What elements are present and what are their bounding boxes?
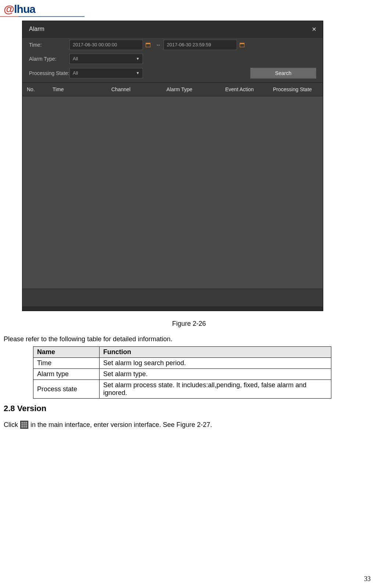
time-label: Time: xyxy=(29,42,69,48)
desc-row-func: Set alarm log search period. xyxy=(100,358,331,369)
calendar-icon[interactable] xyxy=(237,40,247,50)
desc-row: Time Set alarm log search period. xyxy=(33,358,331,369)
click-instruction: Click in the main interface, enter versi… xyxy=(4,421,212,429)
click-before: Click xyxy=(4,421,18,429)
svg-rect-3 xyxy=(240,43,244,44)
svg-rect-1 xyxy=(146,43,150,44)
results-footer xyxy=(22,289,323,306)
search-button[interactable]: Search xyxy=(250,68,316,79)
description-table: Name Function Time Set alarm log search … xyxy=(33,346,331,399)
col-no: No. xyxy=(27,86,53,92)
time-from-value: 2017-06-30 00:00:00 xyxy=(73,40,117,50)
results-header-row: No. Time Channel Alarm Type Event Action… xyxy=(22,83,323,96)
intro-text: Please refer to the following table for … xyxy=(4,335,172,343)
desc-header-row: Name Function xyxy=(33,347,331,358)
alarm-type-value: All xyxy=(73,54,78,64)
desc-row-name: Process state xyxy=(33,380,100,399)
alarm-titlebar: Alarm × xyxy=(22,21,323,38)
processing-state-label: Processing State: xyxy=(29,70,69,76)
results-body-empty xyxy=(22,96,323,289)
desc-row-name: Alarm type xyxy=(33,369,100,380)
alarm-type-select[interactable]: All ▼ xyxy=(69,54,143,64)
alarm-filters: Time: 2017-06-30 00:00:00 -- 2017-06-30 … xyxy=(22,38,323,83)
grid-icon xyxy=(20,421,28,429)
brand-logo: @ lhua xyxy=(4,3,35,15)
time-to-value: 2017-06-30 23:59:59 xyxy=(167,40,211,50)
desc-head-function: Function xyxy=(100,347,331,358)
section-heading: 2.8 Version xyxy=(4,404,46,413)
desc-head-name: Name xyxy=(33,347,100,358)
desc-row-func: Set alarm type. xyxy=(100,369,331,380)
chevron-down-icon: ▼ xyxy=(136,54,140,64)
desc-row: Process state Set alarm process state. I… xyxy=(33,380,331,399)
col-channel: Channel xyxy=(111,86,166,92)
chevron-down-icon: ▼ xyxy=(136,68,140,78)
logo-swoosh: @ xyxy=(4,3,14,15)
alarm-title: Alarm xyxy=(29,26,44,32)
close-icon[interactable]: × xyxy=(312,25,316,33)
col-time: Time xyxy=(53,86,111,92)
window-edge xyxy=(22,306,323,311)
col-processing-state: Processing State xyxy=(273,86,318,92)
desc-row: Alarm type Set alarm type. xyxy=(33,369,331,380)
header-rule xyxy=(0,16,378,17)
alarm-type-label: Alarm Type: xyxy=(29,56,69,62)
processing-state-select[interactable]: All ▼ xyxy=(69,68,143,78)
col-event-action: Event Action xyxy=(225,86,273,92)
figure-caption: Figure 2-26 xyxy=(0,320,378,328)
time-range-dash: -- xyxy=(153,42,163,48)
processing-state-value: All xyxy=(73,68,78,78)
time-from-input[interactable]: 2017-06-30 00:00:00 xyxy=(69,40,143,50)
time-to-input[interactable]: 2017-06-30 23:59:59 xyxy=(163,40,237,50)
click-after: in the main interface, enter version int… xyxy=(30,421,212,429)
col-alarm-type: Alarm Type xyxy=(166,86,225,92)
page-number: 33 xyxy=(364,575,371,583)
calendar-icon[interactable] xyxy=(143,40,153,50)
desc-row-name: Time xyxy=(33,358,100,369)
desc-row-func: Set alarm process state. It includes:all… xyxy=(100,380,331,399)
logo-text: lhua xyxy=(14,3,35,15)
alarm-window: Alarm × Time: 2017-06-30 00:00:00 -- 201… xyxy=(22,21,323,311)
